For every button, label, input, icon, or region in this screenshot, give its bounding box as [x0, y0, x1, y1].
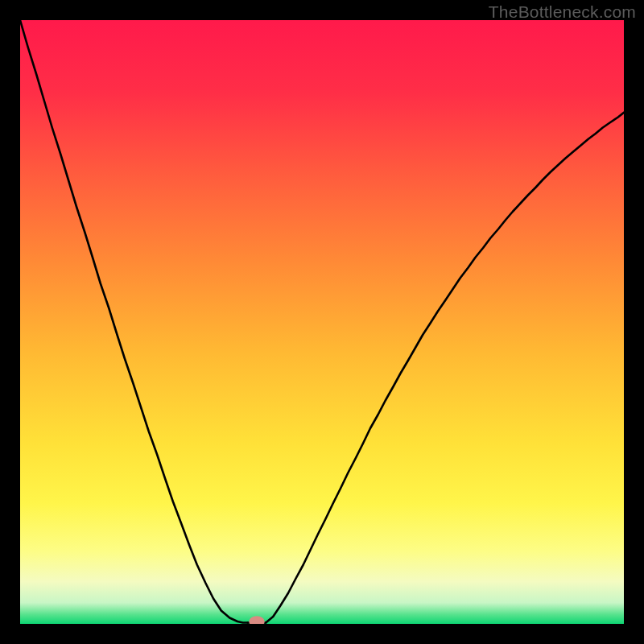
curve-right-branch — [266, 113, 624, 623]
curve-left-branch — [20, 20, 248, 623]
optimal-point-marker — [249, 616, 265, 624]
bottleneck-curve — [20, 20, 624, 624]
chart-frame: TheBottleneck.com — [0, 0, 644, 644]
watermark-text: TheBottleneck.com — [489, 2, 636, 22]
plot-area — [20, 20, 624, 624]
